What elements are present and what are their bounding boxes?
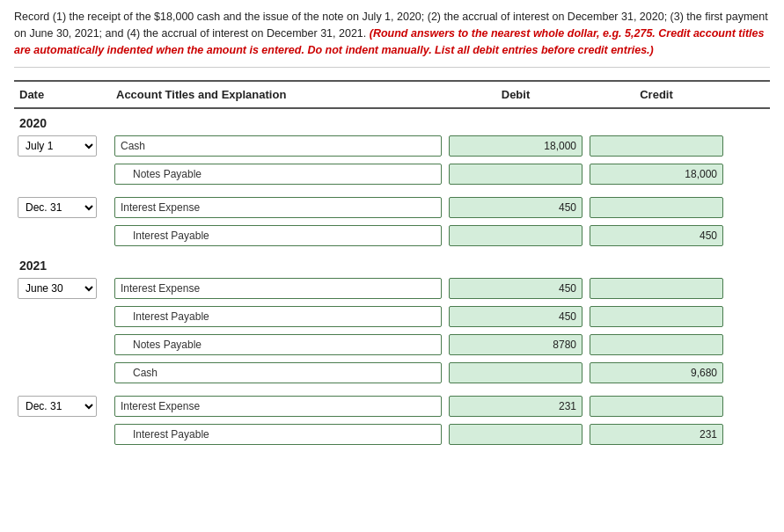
debit-cell [445,276,586,301]
table-row [14,332,770,357]
credit-input[interactable] [590,396,723,417]
debit-input[interactable] [449,197,583,218]
table-row [14,422,770,447]
date-select[interactable]: Dec. 31 [18,396,97,417]
table-row [14,223,770,248]
debit-input[interactable] [449,362,583,383]
debit-header: Debit [445,86,586,103]
year-2021: 2021 [14,251,770,276]
account-cell [111,276,445,301]
credit-header: Credit [586,86,727,103]
account-input[interactable] [114,396,442,417]
account-input[interactable] [114,334,442,355]
account-input[interactable] [114,135,442,157]
account-header: Account Titles and Explanation [111,86,445,103]
account-input[interactable] [114,225,442,246]
debit-cell [445,422,586,447]
date-cell: Dec. 31 [14,394,111,419]
date-cell [14,172,111,176]
credit-cell [586,223,727,248]
credit-input[interactable] [590,197,723,218]
table-header: Date Account Titles and Explanation Debi… [14,80,770,109]
table-row: Dec. 31 [14,195,770,220]
date-select[interactable]: July 1 [18,135,97,157]
date-select[interactable]: Dec. 31 [18,197,97,218]
account-cell [111,394,445,419]
debit-input[interactable] [449,334,583,355]
credit-cell [586,394,727,419]
credit-cell [586,162,727,186]
credit-input[interactable] [590,278,723,299]
debit-cell [445,223,586,248]
credit-cell [586,304,727,329]
credit-input[interactable] [590,424,723,445]
credit-cell [586,361,727,385]
date-header: Date [14,86,111,103]
account-input[interactable] [114,164,442,185]
account-cell [111,332,445,357]
date-cell: Dec. 31 [14,195,111,220]
debit-input[interactable] [449,278,583,299]
debit-cell [445,134,586,158]
account-input[interactable] [114,306,442,327]
debit-input[interactable] [449,225,583,246]
date-cell: July 1 [14,134,111,158]
account-cell [111,304,445,329]
date-cell [14,234,111,237]
date-cell [14,343,111,346]
date-cell: June 30 [14,276,111,301]
debit-input[interactable] [449,424,583,445]
date-cell [14,371,111,375]
date-cell [14,433,111,436]
debit-input[interactable] [449,164,583,185]
account-cell [111,223,445,248]
credit-cell [586,195,727,220]
table-row: July 1 [14,134,770,158]
debit-cell [445,304,586,329]
credit-cell [586,134,727,158]
account-cell [111,134,445,158]
credit-input[interactable] [590,306,723,327]
table-row [14,162,770,186]
credit-cell [586,332,727,357]
account-input[interactable] [114,424,442,445]
debit-cell [445,332,586,357]
credit-input[interactable] [590,135,723,157]
debit-cell [445,162,586,186]
account-input[interactable] [114,362,442,383]
debit-cell [445,195,586,220]
debit-input[interactable] [449,306,583,327]
credit-input[interactable] [590,164,723,185]
credit-cell [586,276,727,301]
account-cell [111,162,445,186]
year-2020: 2020 [14,109,770,134]
account-cell [111,422,445,447]
account-input[interactable] [114,197,442,218]
instructions: Record (1) the receipt of the $18,000 ca… [14,9,770,68]
date-select[interactable]: June 30 [18,278,97,299]
table-row [14,361,770,385]
table-row: June 30 [14,276,770,301]
debit-input[interactable] [449,396,583,417]
debit-input[interactable] [449,135,583,157]
account-cell [111,195,445,220]
table-row: Dec. 31 [14,394,770,419]
debit-cell [445,394,586,419]
table-row [14,304,770,329]
journal-body: 2020July 1Dec. 312021June 30Dec. 31 [14,109,770,447]
account-cell [111,361,445,385]
credit-input[interactable] [590,362,723,383]
date-cell [14,315,111,318]
account-input[interactable] [114,278,442,299]
credit-cell [586,422,727,447]
debit-cell [445,361,586,385]
credit-input[interactable] [590,225,723,246]
credit-input[interactable] [590,334,723,355]
